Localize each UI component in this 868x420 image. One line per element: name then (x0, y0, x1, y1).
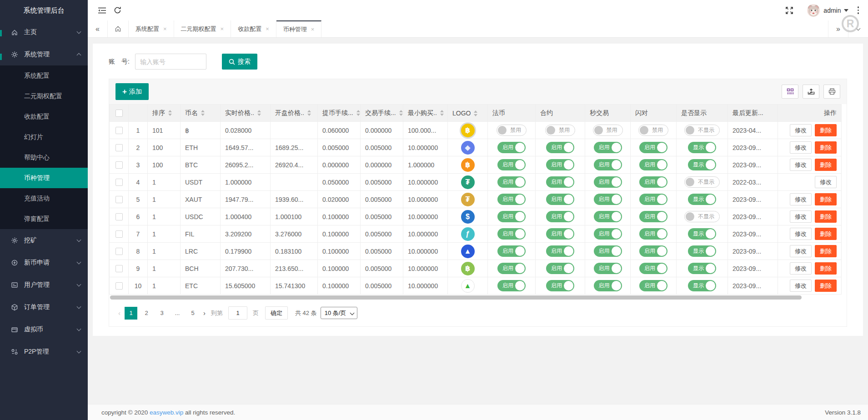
seconds-trade-toggle[interactable]: 启用 (594, 194, 622, 205)
sidebar-item-newcoin[interactable]: 新币申请 (0, 251, 88, 274)
delete-button[interactable]: 删除 (815, 124, 837, 136)
delete-button[interactable]: 删除 (815, 245, 837, 257)
contract-toggle[interactable]: 启用 (546, 211, 574, 222)
page-number[interactable]: 1 (125, 307, 137, 320)
edit-button[interactable]: 修改 (790, 245, 812, 257)
edit-button[interactable]: 修改 (790, 262, 812, 275)
column-header[interactable]: 交易手续... (361, 105, 403, 122)
delete-button[interactable]: 删除 (815, 228, 837, 240)
fiat-toggle[interactable]: 启用 (497, 211, 526, 222)
row-checkbox[interactable] (115, 230, 123, 238)
sidebar-collapse-icon[interactable] (94, 3, 110, 18)
tab-close-icon[interactable]: × (221, 25, 224, 32)
visible-toggle[interactable]: 显示 (688, 245, 716, 257)
submenu-item-6[interactable]: 充值活动 (0, 188, 88, 209)
tab-close-icon[interactable]: × (163, 25, 167, 32)
visible-toggle[interactable]: 显示 (688, 194, 716, 205)
seconds-trade-toggle[interactable]: 启用 (594, 159, 622, 170)
add-button[interactable]: + 添加 (115, 83, 149, 100)
visible-toggle[interactable]: 显示 (688, 263, 716, 274)
fiat-toggle[interactable]: 启用 (497, 159, 526, 170)
contract-toggle[interactable]: 启用 (546, 280, 574, 291)
seconds-trade-toggle[interactable]: 启用 (594, 142, 622, 153)
fiat-toggle[interactable]: 启用 (497, 142, 526, 153)
submenu-item-3[interactable]: 幻灯片 (0, 127, 88, 147)
per-page-select[interactable]: 10 条/页 (321, 307, 358, 319)
edit-button[interactable]: 修改 (790, 280, 812, 292)
row-checkbox[interactable] (115, 248, 123, 255)
select-all-checkbox[interactable] (115, 110, 123, 117)
delete-button[interactable]: 删除 (815, 262, 837, 275)
sort-icon[interactable] (257, 110, 261, 116)
column-header[interactable]: 排序 (148, 105, 181, 122)
sort-icon[interactable] (307, 110, 311, 116)
sort-icon[interactable] (474, 110, 477, 116)
seconds-trade-toggle[interactable]: 禁用 (593, 125, 623, 136)
fiat-toggle[interactable]: 启用 (497, 245, 526, 257)
sort-icon[interactable] (201, 110, 205, 116)
sort-icon[interactable] (440, 110, 444, 116)
column-header[interactable]: 开盘价格.. (271, 105, 318, 122)
column-header[interactable]: LOGO (448, 105, 488, 122)
submenu-item-4[interactable]: 帮助中心 (0, 147, 88, 168)
confirm-button[interactable]: 确定 (265, 306, 288, 320)
contract-toggle[interactable]: 启用 (546, 245, 574, 257)
column-header[interactable]: 最小购买.. (403, 105, 448, 122)
column-header[interactable]: 实时价格.. (221, 105, 271, 122)
sidebar-item-orders[interactable]: 订单管理 (0, 296, 88, 318)
row-checkbox[interactable] (115, 196, 123, 203)
sidebar-item-p2p[interactable]: P2P管理 (0, 340, 88, 363)
sidebar-item-vcoin[interactable]: 虚拟币 (0, 318, 88, 340)
easyweb-link[interactable]: easyweb.vip (150, 409, 183, 416)
submenu-item-1[interactable]: 二元期权配置 (0, 86, 88, 106)
row-checkbox[interactable] (115, 265, 123, 272)
contract-toggle[interactable]: 启用 (546, 228, 574, 240)
page-number[interactable]: 2 (140, 307, 153, 320)
visible-toggle[interactable]: 显示 (688, 228, 716, 240)
user-menu-caret-icon[interactable] (844, 9, 848, 12)
next-page-icon[interactable]: › (201, 309, 208, 317)
contract-toggle[interactable]: 启用 (546, 194, 574, 205)
columns-filter-button[interactable] (782, 85, 798, 99)
row-checkbox[interactable] (115, 282, 123, 290)
seconds-trade-toggle[interactable]: 启用 (594, 263, 622, 274)
page-number[interactable]: 3 (156, 307, 168, 320)
row-checkbox[interactable] (115, 213, 123, 220)
row-checkbox[interactable] (115, 144, 123, 151)
tabs-scroll-right-icon[interactable]: » (828, 20, 848, 37)
refresh-icon[interactable] (110, 3, 125, 18)
flash-swap-toggle[interactable]: 启用 (639, 245, 667, 257)
seconds-trade-toggle[interactable]: 启用 (594, 245, 622, 257)
visible-toggle[interactable]: 显示 (688, 280, 716, 291)
contract-toggle[interactable]: 启用 (546, 142, 574, 153)
user-avatar[interactable] (807, 4, 820, 17)
flash-swap-toggle[interactable]: 启用 (639, 159, 667, 170)
submenu-item-7[interactable]: 弹窗配置 (0, 209, 88, 229)
print-button[interactable] (823, 85, 840, 99)
fiat-toggle[interactable]: 启用 (497, 228, 526, 240)
visible-toggle[interactable]: 不显示 (684, 125, 720, 136)
sidebar-item-users[interactable]: 用户管理 (0, 274, 88, 296)
contract-toggle[interactable]: 启用 (546, 159, 574, 170)
search-button[interactable]: 搜索 (222, 54, 257, 70)
contract-toggle[interactable]: 禁用 (545, 125, 575, 136)
edit-button[interactable]: 修改 (790, 141, 812, 154)
tab-home[interactable] (108, 20, 129, 37)
account-input[interactable] (135, 54, 206, 70)
submenu-item-5[interactable]: 币种管理 (0, 168, 88, 188)
sort-icon[interactable] (356, 110, 360, 116)
more-options-icon[interactable] (856, 5, 861, 16)
submenu-item-0[interactable]: 系统配置 (0, 65, 88, 86)
sort-icon[interactable] (399, 110, 403, 116)
column-header[interactable]: 币名 (181, 105, 221, 122)
fiat-toggle[interactable]: 启用 (497, 280, 526, 291)
edit-button[interactable]: 修改 (790, 210, 812, 223)
delete-button[interactable]: 删除 (815, 193, 837, 205)
contract-toggle[interactable]: 启用 (546, 176, 574, 188)
scrollbar-thumb[interactable] (110, 295, 802, 300)
submenu-item-2[interactable]: 收款配置 (0, 106, 88, 127)
tab-二元期权配置[interactable]: 二元期权配置× (174, 20, 231, 37)
edit-button[interactable]: 修改 (790, 159, 812, 171)
tab-close-icon[interactable]: × (266, 25, 269, 32)
flash-swap-toggle[interactable]: 启用 (639, 142, 667, 153)
